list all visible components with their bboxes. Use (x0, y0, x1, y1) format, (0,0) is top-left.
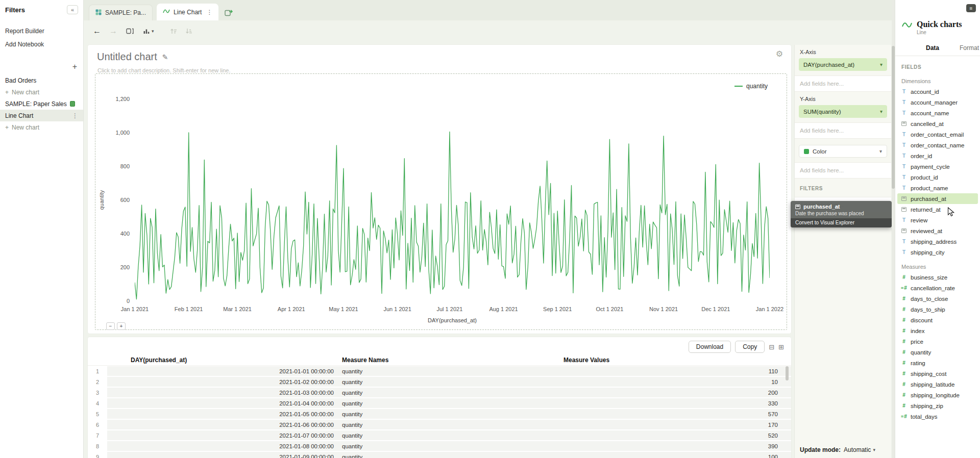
tab-sample-paper-sales[interactable]: SAMPLE: Pa... (89, 5, 153, 20)
copy-button[interactable]: Copy (735, 341, 765, 353)
measure-field-item[interactable]: = # total_days (895, 411, 980, 422)
dimension-field-item[interactable]: cancelled_at (895, 118, 980, 129)
expand-table-icon[interactable]: ⊞ (778, 343, 784, 351)
sidebar-link[interactable]: Add Notebook (0, 38, 83, 51)
sidebar-tree-item[interactable]: + New chart (0, 86, 83, 98)
field-type-icon-wrap: # (900, 339, 908, 344)
tab-data[interactable]: Data (926, 44, 939, 52)
table-row[interactable]: 9 2021-01-09 00:00:00 quantity 100 (88, 452, 791, 458)
back-button[interactable]: ← (93, 27, 101, 36)
dimension-field-item[interactable]: reviewed_at (895, 225, 980, 236)
download-button[interactable]: Download (689, 341, 731, 353)
chevron-down-icon[interactable]: ▾ (880, 62, 883, 67)
update-mode-select[interactable]: Automatic ▾ (844, 446, 875, 453)
field-name: purchased_at (911, 196, 946, 202)
tab-line-chart[interactable]: Line Chart ⋮ (157, 4, 218, 20)
measure-field-item[interactable]: # shipping_cost (895, 368, 980, 379)
measure-field-item[interactable]: # days_to_close (895, 293, 980, 304)
dimension-field-item[interactable]: T shipping_address (895, 236, 980, 247)
chart-config-panel: X-Axis DAY(purchased_at) ▾ Add fields he… (794, 45, 891, 458)
move-to-panel-icon[interactable] (126, 27, 134, 35)
chevron-down-icon[interactable]: ▾ (879, 148, 882, 154)
number-type-icon: # (902, 349, 905, 355)
measure-field-item[interactable]: # shipping_zip (895, 400, 980, 411)
dimension-field-item[interactable]: T product_id (895, 172, 980, 183)
table-row[interactable]: 5 2021-01-05 00:00:00 quantity 570 (88, 409, 791, 419)
sidebar-tree-item[interactable]: Line Chart ⋮ (0, 110, 83, 121)
chart-type-dropdown[interactable]: ▾ (142, 27, 154, 35)
y-axis-drop-slot[interactable]: Add fields here... (795, 122, 891, 139)
add-workbook-button[interactable]: + (72, 62, 77, 71)
chevron-down-icon[interactable]: ▾ (880, 109, 883, 114)
measure-field-item[interactable]: # days_to_ship (895, 304, 980, 315)
dimension-field-item[interactable]: T payment_cycle (895, 161, 980, 172)
collapse-sidebar-button[interactable]: « (67, 5, 78, 14)
column-header[interactable]: DAY(purchased_at) (107, 357, 338, 364)
dimension-field-item[interactable]: T order_contact_name (895, 140, 980, 150)
column-header[interactable]: Measure Names (338, 357, 562, 364)
dimension-field-item[interactable]: returned_at (895, 204, 980, 215)
measure-field-item[interactable]: = # cancellation_rate (895, 283, 980, 293)
table-row[interactable]: 1 2021-01-01 00:00:00 quantity 110 (88, 366, 791, 376)
field-name: order_contact_email (911, 132, 964, 138)
new-tab-button[interactable] (225, 9, 233, 16)
edit-title-icon[interactable]: ✎ (162, 53, 168, 61)
kebab-menu-icon[interactable]: ⋮ (206, 9, 212, 16)
dimension-field-item[interactable]: T product_name (895, 183, 980, 193)
dimension-field-item[interactable]: T account_name (895, 108, 980, 118)
zoom-out-button[interactable]: − (106, 322, 115, 330)
dimension-field-item[interactable]: T review (895, 215, 980, 225)
x-axis-drop-slot[interactable]: Add fields here... (795, 75, 891, 92)
column-header[interactable]: Measure Values (562, 357, 791, 364)
measure-field-item[interactable]: # quantity (895, 347, 980, 358)
x-tick-label: Oct 1 2021 (596, 306, 624, 312)
window-menu-icon[interactable]: ≡ (966, 4, 976, 12)
measure-field-item[interactable]: # shipping_latitude (895, 379, 980, 390)
measure-field-item[interactable]: # index (895, 325, 980, 336)
sidebar-tree-item[interactable]: Bad Orders (0, 74, 83, 86)
measure-field-item[interactable]: # shipping_longitude (895, 390, 980, 400)
table-row[interactable]: 2 2021-01-02 00:00:00 quantity 10 (88, 377, 791, 387)
dimension-field-item[interactable]: purchased_at (897, 193, 978, 204)
dimension-field-item[interactable]: T account_manager (895, 97, 980, 108)
measure-field-item[interactable]: # price (895, 336, 980, 347)
measure-field-item[interactable]: # business_size (895, 272, 980, 283)
y-axis-field-pill[interactable]: SUM(quantity) ▾ (799, 105, 887, 118)
sort-ascending-icon[interactable] (169, 27, 178, 35)
sidebar-tree-item[interactable]: SAMPLE: Paper Sales (0, 98, 83, 110)
table-row[interactable]: 6 2021-01-06 00:00:00 quantity 170 (88, 420, 791, 429)
dimension-field-item[interactable]: T account_id (895, 86, 980, 97)
dimension-field-item[interactable]: T order_id (895, 150, 980, 161)
sort-descending-icon[interactable] (185, 27, 193, 35)
table-row[interactable]: 8 2021-01-08 00:00:00 quantity 390 (88, 441, 791, 451)
plot-area[interactable] (135, 99, 770, 301)
chart-title[interactable]: Untitled chart (97, 51, 157, 63)
chart-settings-icon[interactable]: ⚙ (776, 49, 783, 59)
table-row[interactable]: 4 2021-01-04 00:00:00 quantity 330 (88, 398, 791, 408)
color-drop-slot[interactable]: Add fields here... (795, 162, 891, 179)
forward-button[interactable]: → (109, 27, 117, 36)
tab-format[interactable]: Format (960, 44, 979, 52)
cell-measure-value: 520 (562, 432, 791, 439)
sidebar-tree-item[interactable]: + New chart (0, 121, 83, 133)
field-type-icon-wrap: # (900, 328, 908, 334)
measure-field-item[interactable]: # discount (895, 315, 980, 325)
dimension-field-item[interactable]: T order_contact_email (895, 129, 980, 140)
update-mode-label: Update mode: (800, 446, 841, 453)
sidebar-link[interactable]: Report Builder (0, 24, 83, 38)
x-axis-field-pill[interactable]: DAY(purchased_at) ▾ (799, 58, 887, 71)
x-tick-label: Jan 1 2021 (121, 306, 149, 312)
table-row[interactable]: 3 2021-01-03 00:00:00 quantity 200 (88, 388, 791, 397)
dimension-field-item[interactable]: T shipping_city (895, 247, 980, 258)
text-type-icon: T (902, 110, 905, 116)
table-row[interactable]: 7 2021-01-07 00:00:00 quantity 520 (88, 430, 791, 440)
drag-ghost-action[interactable]: Convert to Visual Explorer (791, 218, 892, 227)
zoom-in-button[interactable]: + (117, 322, 126, 330)
table-scrollbar[interactable] (786, 366, 790, 453)
collapse-table-icon[interactable]: ⊟ (769, 343, 774, 351)
kebab-menu-icon[interactable]: ⋮ (72, 112, 78, 119)
color-section-row[interactable]: Color ▾ (799, 145, 887, 158)
chart-description-placeholder[interactable]: Click to add chart description. Shift-en… (97, 67, 230, 73)
measure-field-item[interactable]: # rating (895, 358, 980, 368)
sidebar-links: Report Builder Add Notebook (0, 24, 83, 51)
